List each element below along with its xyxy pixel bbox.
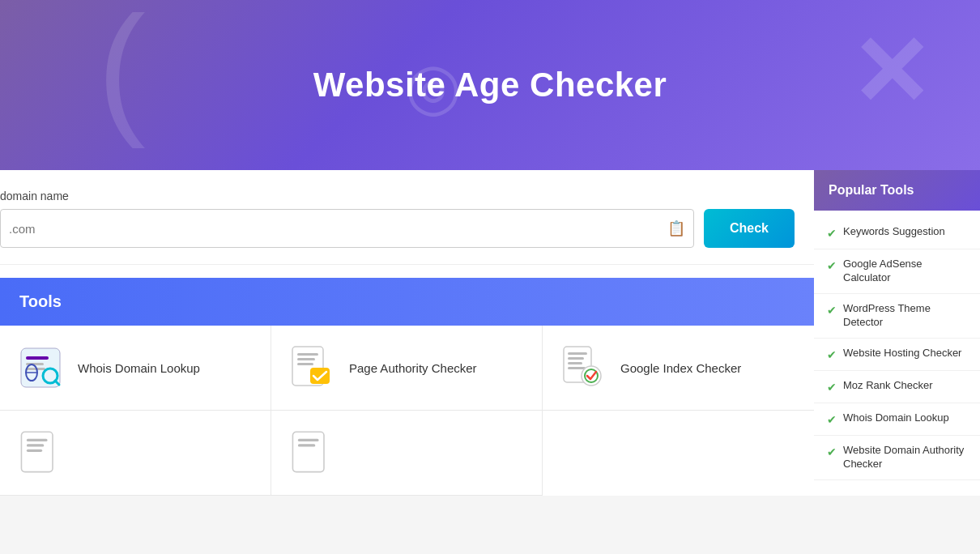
sidebar: Popular Tools ✔ Keywords Suggestion ✔ Go… xyxy=(814,170,980,496)
sidebar-item-label-2: Google AdSense Calculator xyxy=(843,258,967,285)
svg-rect-22 xyxy=(27,444,44,446)
tool-name-whois: Whois Domain Lookup xyxy=(78,361,200,375)
svg-rect-25 xyxy=(298,439,319,441)
whois-icon xyxy=(16,343,65,392)
sidebar-header: Popular Tools xyxy=(814,170,980,211)
search-label: domain name xyxy=(0,190,795,202)
svg-rect-1 xyxy=(26,356,49,360)
tool-card-whois[interactable]: Whois Domain Lookup xyxy=(0,326,271,411)
tool4-icon xyxy=(16,428,65,477)
svg-rect-21 xyxy=(27,439,48,441)
sidebar-item-adsense[interactable]: ✔ Google AdSense Calculator xyxy=(814,249,980,294)
deco-paren: ( xyxy=(97,0,146,151)
tool-name-google-index: Google Index Checker xyxy=(620,361,741,375)
tool-card-google-index[interactable]: Google Index Checker xyxy=(543,326,814,411)
sidebar-item-whois[interactable]: ✔ Whois Domain Lookup xyxy=(814,403,980,436)
sidebar-item-label-3: WordPress Theme Detector xyxy=(843,302,967,330)
sidebar-item-domain-authority[interactable]: ✔ Website Domain Authority Checker xyxy=(814,436,980,480)
svg-rect-10 xyxy=(297,358,315,360)
svg-rect-14 xyxy=(568,352,587,355)
check-icon-4: ✔ xyxy=(827,347,837,362)
sidebar-item-label-6: Whois Domain Lookup xyxy=(843,411,949,425)
deco-x: ✕ xyxy=(850,16,931,129)
tool-card-5[interactable] xyxy=(271,411,543,496)
page-authority-icon xyxy=(288,343,336,392)
search-section: domain name 📋 Check xyxy=(0,170,814,265)
tools-heading: Tools xyxy=(19,292,795,311)
sidebar-item-hosting[interactable]: ✔ Website Hosting Checker xyxy=(814,339,980,371)
check-icon-7: ✔ xyxy=(827,445,837,459)
page-title: Website Age Checker xyxy=(313,66,667,104)
search-row: 📋 Check xyxy=(0,209,795,248)
hero-banner: ( ◎ ✕ Website Age Checker xyxy=(0,0,980,170)
sidebar-item-label-1: Keywords Suggestion xyxy=(843,225,945,239)
svg-rect-9 xyxy=(297,353,318,356)
tool-name-page-authority: Page Authority Checker xyxy=(349,361,477,375)
tool-card-4[interactable] xyxy=(0,411,271,496)
sidebar-item-keywords[interactable]: ✔ Keywords Suggestion xyxy=(814,217,980,249)
tools-grid: Whois Domain Lookup Page Authority Chec xyxy=(0,326,814,496)
check-icon-6: ✔ xyxy=(827,412,837,427)
check-icon-1: ✔ xyxy=(827,226,837,241)
check-icon-3: ✔ xyxy=(827,303,837,317)
check-button[interactable]: Check xyxy=(704,209,795,248)
svg-rect-20 xyxy=(21,432,53,471)
svg-rect-15 xyxy=(568,357,584,360)
svg-rect-11 xyxy=(297,363,313,365)
svg-rect-24 xyxy=(292,432,324,471)
sidebar-item-label-4: Website Hosting Checker xyxy=(843,347,961,360)
sidebar-list: ✔ Keywords Suggestion ✔ Google AdSense C… xyxy=(814,211,980,487)
main-container: domain name 📋 Check Tools xyxy=(0,170,980,496)
tool5-icon xyxy=(288,428,336,477)
svg-rect-26 xyxy=(298,444,315,446)
tool-card-page-authority[interactable]: Page Authority Checker xyxy=(271,326,543,411)
svg-rect-16 xyxy=(568,362,582,364)
clipboard-icon[interactable]: 📋 xyxy=(667,219,685,237)
sidebar-title: Popular Tools xyxy=(829,183,965,198)
svg-rect-17 xyxy=(568,367,586,369)
sidebar-item-label-7: Website Domain Authority Checker xyxy=(843,444,967,471)
svg-rect-23 xyxy=(27,450,42,452)
sidebar-item-moz[interactable]: ✔ Moz Rank Checker xyxy=(814,371,980,403)
domain-input[interactable] xyxy=(9,222,667,236)
check-icon-2: ✔ xyxy=(827,258,837,273)
sidebar-item-wordpress[interactable]: ✔ WordPress Theme Detector xyxy=(814,294,980,339)
check-icon-5: ✔ xyxy=(827,380,837,394)
google-index-icon xyxy=(559,343,607,392)
sidebar-item-label-5: Moz Rank Checker xyxy=(843,379,933,393)
content-area: domain name 📋 Check Tools xyxy=(0,170,814,496)
tools-banner: Tools xyxy=(0,278,814,326)
search-input-wrap: 📋 xyxy=(0,209,694,248)
